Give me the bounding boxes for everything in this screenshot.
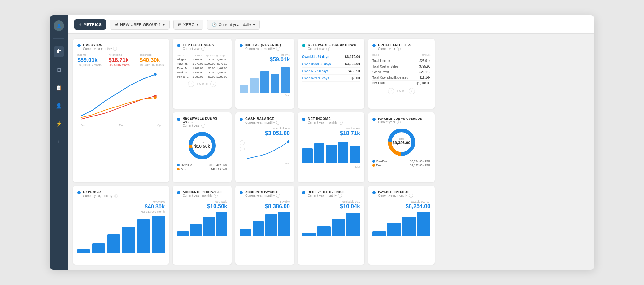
chevron-down-icon-3: ▾ <box>253 22 255 27</box>
accrec-dot <box>177 191 180 194</box>
recov-header: RECEIVABLE OVERDUE Current year monthly … <box>302 190 360 198</box>
next-btn[interactable]: › <box>210 81 216 87</box>
accpay-title: ACCOUNTS PAYABLE <box>245 190 280 194</box>
pl-value: $25.91k <box>419 59 430 63</box>
payov-header: PAYABLE OVERDUE Current year, monthly i <box>372 190 430 198</box>
sidebar-icon-info[interactable]: ℹ <box>54 136 64 147</box>
chevron-down-icon: ▾ <box>163 22 165 27</box>
customer-income: 1,407.00 <box>191 66 203 70</box>
payov-info-icon[interactable]: i <box>409 194 413 198</box>
receivable-due-card: RECEIVABLE DUE VS OVE... Current year i <box>173 112 232 182</box>
cash-header: CASH BALANCE Current year, monthly i <box>240 117 290 125</box>
pl-prev-btn[interactable]: ‹ <box>388 88 394 94</box>
pl-rows: Total Income $25.91k Total Cost of Sales… <box>372 58 430 86</box>
breakdown-amount: $3,563.00 <box>345 62 360 66</box>
customer-name: Petrie M... <box>177 66 191 70</box>
due-legend-label-1: OverDue <box>181 164 192 167</box>
due-legend-value-2: $461.20 / 4% <box>211 168 227 171</box>
receivable-breakdown-card: RECEIVABLE BREAKDOWN Current year i Owed… <box>298 39 364 109</box>
payable-due-info-icon[interactable]: i <box>397 120 401 124</box>
sidebar-icon-grid[interactable]: ⊞ <box>54 64 64 75</box>
pl-value: $795.90 <box>419 65 430 68</box>
receivable-info-icon[interactable]: i <box>326 47 330 51</box>
income-info-icon[interactable]: i <box>276 47 280 51</box>
pl-subtitle: Current year i <box>378 47 411 51</box>
avatar[interactable]: 👤 <box>54 20 64 31</box>
expenses-info-icon[interactable]: i <box>114 194 118 198</box>
due-subtitle: Current year i <box>183 124 227 128</box>
pl-label: Total Income <box>372 59 390 63</box>
accpay-val-label: payable <box>240 200 290 203</box>
user-group-select[interactable]: 🏛 NEW USER GROUP 1 ▾ <box>110 20 170 30</box>
accrec-bar-chart <box>177 212 227 236</box>
plus-icon: + <box>79 22 81 27</box>
profit-loss-card: PROFIT AND LOSS Current year i name amou… <box>368 39 435 109</box>
accrec-info-icon[interactable]: i <box>214 194 218 198</box>
recov-val-label: receivable ov... <box>302 200 360 203</box>
accrec-title: ACCOUNTS RECEIVABLE <box>183 190 222 194</box>
recov-dot <box>302 191 305 194</box>
recov-bar-4 <box>346 213 360 236</box>
payable-due-legend: OverDue $6,254.00 / 75% Due $2,132.00 / … <box>372 160 430 167</box>
breakdown-label: Owed 61 - 90 days <box>302 69 328 73</box>
cash-subtitle: Current year, monthly i <box>245 121 280 125</box>
net-bar-3 <box>326 145 336 163</box>
recov-info-icon[interactable]: i <box>338 194 342 198</box>
prev-btn[interactable]: ‹ <box>188 81 194 87</box>
net-header: NET INCOME Current year, monthly i <box>302 117 360 125</box>
payable-due-header: PAYABLE DUE VS OVERDUE Current year i <box>372 117 430 124</box>
accrec-bar-2 <box>190 224 202 236</box>
payov-bar-3 <box>402 217 416 236</box>
customers-info-icon[interactable]: i <box>201 47 205 51</box>
bar-2 <box>250 78 259 94</box>
x-label-mar: Mar <box>119 124 124 127</box>
net-info-icon[interactable]: i <box>339 121 343 125</box>
customer-expenses: $0.00 <box>203 57 215 62</box>
breakdown-label: Owed 31 - 60 days <box>302 55 329 59</box>
col-customer: custom... <box>177 53 191 57</box>
payable-due-legend-value-1: $6,254.00 / 75% <box>410 160 430 163</box>
accpay-bar-4 <box>278 212 290 236</box>
net-bar-4 <box>338 142 348 163</box>
due-header: RECEIVABLE DUE VS OVE... Current year i <box>177 117 227 128</box>
pl-info-icon[interactable]: i <box>397 47 401 51</box>
customers-table: custom... income expenses gross pr... Ri… <box>177 53 227 79</box>
payable-due-donut: total $8,386.00 <box>372 127 430 157</box>
due-info-icon[interactable]: i <box>201 124 205 128</box>
metrics-button[interactable]: + METRICS <box>74 19 106 30</box>
income-revenue-card: INCOME (REVENUE) Current year, monthly i… <box>235 39 294 109</box>
overview-info-icon[interactable]: i <box>113 47 117 51</box>
cash-info-icon[interactable]: i <box>276 121 280 125</box>
customer-name: Ridgew... <box>177 57 191 62</box>
payov-bar-4 <box>417 212 430 236</box>
recov-title: RECEIVABLE OVERDUE <box>308 190 345 194</box>
overview-chart <box>77 70 165 122</box>
bar-5 <box>281 67 290 94</box>
cash-plus-btn[interactable]: + <box>240 140 245 145</box>
accpay-info-icon[interactable]: i <box>276 194 280 198</box>
sidebar-icon-dashboard[interactable]: 🏛 <box>54 46 64 57</box>
income-change: +$5,008.00 / month <box>77 64 102 67</box>
cash-title: CASH BALANCE <box>245 117 280 121</box>
pl-row: Total Operating Expenses $19.16k <box>372 75 430 81</box>
net-income-card: NET INCOME Current year, monthly i net i… <box>298 112 364 182</box>
net-income-change: -$505.00 / month <box>109 64 134 67</box>
sidebar-icon-user[interactable]: 👤 <box>54 100 64 111</box>
sidebar-icon-lightning[interactable]: ⚡ <box>54 118 64 129</box>
x-label-apr: Apr <box>157 124 162 127</box>
overview-stats: income $59.01k +$5,008.00 / month net in… <box>77 53 165 67</box>
clock-icon: 🕐 <box>212 22 217 27</box>
pl-value: $19.16k <box>419 76 430 79</box>
xero-select[interactable]: ⊞ XERO ▾ <box>173 20 203 30</box>
date-range-select[interactable]: 🕐 Current year, daily ▾ <box>207 20 260 30</box>
bar-1 <box>240 85 248 93</box>
net-dot <box>302 118 305 121</box>
due-title: RECEIVABLE DUE VS OVE... <box>183 117 227 124</box>
col-gross: gross pr... <box>215 53 227 57</box>
sidebar-icon-list[interactable]: 📋 <box>54 82 64 93</box>
sidebar-divider <box>53 38 64 39</box>
income-value: $59.01k <box>77 57 102 64</box>
pl-next-btn[interactable]: › <box>409 88 415 94</box>
cash-minus-btn[interactable]: − <box>240 147 245 151</box>
table-row: ABC Fu... 1,576.00 1,000.00 $576.10 <box>177 62 227 66</box>
